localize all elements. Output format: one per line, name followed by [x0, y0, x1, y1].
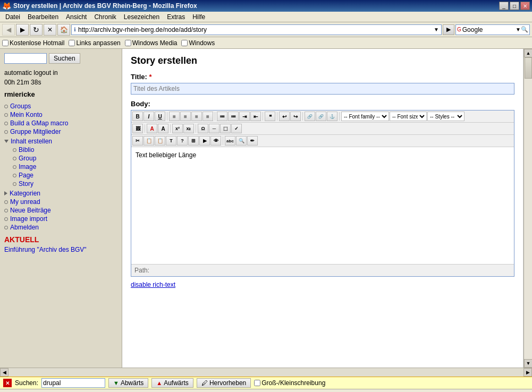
- source-button[interactable]: ✏: [247, 136, 258, 146]
- find-case-check[interactable]: Groß-/Kleinschreibung: [254, 379, 325, 387]
- find-up-button[interactable]: ▲ Aufwärts: [151, 378, 193, 388]
- menu-datei[interactable]: Datei: [2, 12, 23, 22]
- indent-button[interactable]: ⇥: [239, 112, 250, 121]
- list-ul-button[interactable]: ≔: [217, 112, 227, 121]
- minimize-button[interactable]: _: [499, 2, 509, 10]
- search-bar[interactable]: G Google ▼ 🔍: [455, 24, 530, 35]
- underline-button[interactable]: U: [155, 112, 165, 121]
- disable-richtext-link[interactable]: disable rich-text: [131, 281, 514, 288]
- hr-button[interactable]: ─: [209, 124, 219, 133]
- menu-ansicht[interactable]: Ansicht: [63, 12, 90, 22]
- scrollbar-horizontal[interactable]: ◀ ▶: [0, 368, 532, 376]
- inhalt-toggle[interactable]: Inhalt erstellen: [4, 138, 117, 145]
- gmap-link[interactable]: Build a GMap macro: [4, 120, 117, 127]
- bookmark-hotmail[interactable]: Kostenlose Hotmail: [2, 39, 64, 47]
- inhalt-story[interactable]: Story: [13, 180, 117, 188]
- find-down-button[interactable]: ▼ Abwärts: [108, 378, 148, 388]
- bookmark-windows[interactable]: Windows: [181, 39, 215, 47]
- scrollbar-vertical[interactable]: ▲ ▼: [523, 49, 532, 368]
- hscroll-right-button[interactable]: ▶: [523, 368, 532, 377]
- editor-area[interactable]: Text beliebiger Länge: [131, 147, 514, 264]
- mein-konto-link[interactable]: Mein Konto: [4, 111, 117, 118]
- home-button[interactable]: 🏠: [57, 24, 70, 36]
- inhalt-biblio[interactable]: Biblio: [13, 146, 117, 154]
- find-highlight-button[interactable]: 🖊 Hervorheben: [197, 378, 251, 388]
- search-replace-button[interactable]: 🔍: [236, 136, 247, 146]
- menu-lesezeichen[interactable]: Lesezeichen: [121, 12, 163, 22]
- stop-button[interactable]: ✕: [44, 24, 56, 36]
- search-button[interactable]: Suchen: [49, 53, 80, 64]
- table-button[interactable]: ⊞: [188, 136, 199, 146]
- preview-button[interactable]: 👁: [210, 136, 221, 146]
- paste-button[interactable]: 📋: [155, 136, 165, 146]
- anchor-button[interactable]: ⚓: [327, 112, 337, 121]
- toolbar-sep7: [145, 124, 145, 133]
- abmelden-link[interactable]: Abmelden: [4, 224, 117, 231]
- unread-link[interactable]: My unread: [4, 198, 117, 206]
- find-input[interactable]: [41, 378, 105, 388]
- maximize-button[interactable]: □: [510, 2, 519, 10]
- font-family-select[interactable]: -- Font family --: [341, 112, 389, 121]
- bookmark-media[interactable]: Windows Media: [125, 39, 178, 47]
- link-button[interactable]: 🔗: [305, 112, 315, 121]
- image-import-link[interactable]: Image import: [4, 215, 117, 223]
- paste-text-button[interactable]: T: [166, 136, 176, 146]
- find-close-button[interactable]: ✕: [3, 379, 12, 387]
- outdent-button[interactable]: ⇤: [250, 112, 261, 121]
- menu-bearbeiten[interactable]: Bearbeiten: [24, 12, 62, 22]
- align-justify-button[interactable]: ≡: [202, 112, 213, 121]
- menu-extras[interactable]: Extras: [164, 12, 188, 22]
- search-input[interactable]: [4, 53, 47, 64]
- list-ol-button[interactable]: ≔: [228, 112, 239, 121]
- special-chars-button[interactable]: Ω: [198, 124, 208, 133]
- groups-link[interactable]: Groups: [4, 103, 117, 110]
- bg-color-button[interactable]: A: [158, 124, 168, 133]
- align-center-button[interactable]: ≡: [180, 112, 191, 121]
- bookmark-links[interactable]: Links anpassen: [69, 39, 120, 47]
- scroll-down-button[interactable]: ▼: [524, 359, 532, 368]
- italic-button[interactable]: I: [143, 112, 154, 121]
- align-left-button[interactable]: ≡: [169, 112, 180, 121]
- aktuell-link[interactable]: Einführung "Archiv des BGV": [4, 246, 117, 253]
- kategorien-link[interactable]: Kategorien: [4, 190, 117, 197]
- address-dropdown[interactable]: ▼: [434, 27, 439, 32]
- align-right-button[interactable]: ≡: [191, 112, 202, 121]
- back-button[interactable]: ◀: [2, 24, 15, 36]
- unlink-button[interactable]: 🔗: [316, 112, 326, 121]
- undo-button[interactable]: ↩: [279, 112, 290, 121]
- copy-button[interactable]: 📋: [143, 136, 154, 146]
- blockquote-button[interactable]: ❝: [265, 112, 275, 121]
- inhalt-page[interactable]: Page: [13, 172, 117, 179]
- menu-hilfe[interactable]: Hilfe: [189, 12, 208, 22]
- neue-link[interactable]: Neue Beiträge: [4, 207, 117, 214]
- help-button[interactable]: ?: [177, 136, 188, 146]
- spell-button[interactable]: abc: [225, 136, 235, 146]
- spellcheck-button[interactable]: ✓: [231, 124, 242, 133]
- scroll-up-button[interactable]: ▲: [524, 49, 532, 57]
- cut-button[interactable]: ✂: [132, 136, 143, 146]
- media-button[interactable]: ▶: [199, 136, 210, 146]
- search-dropdown[interactable]: ▼: [516, 27, 521, 32]
- inhalt-image[interactable]: Image: [13, 163, 117, 171]
- font-color-button[interactable]: A: [147, 124, 157, 133]
- image-insert-button[interactable]: 🖼: [132, 124, 143, 133]
- gruppe-link[interactable]: Gruppe Mitglieder: [4, 128, 117, 135]
- bold-button[interactable]: B: [132, 112, 143, 121]
- inhalt-group[interactable]: Group: [13, 155, 117, 162]
- search-submit[interactable]: 🔍: [521, 26, 528, 33]
- address-bar[interactable]: ℹ http://archiv.bgv-rhein-berg.de/node/a…: [71, 24, 442, 35]
- superscript-button[interactable]: x²: [172, 124, 183, 133]
- title-input[interactable]: [131, 83, 514, 95]
- forward-button[interactable]: ▶: [16, 24, 29, 36]
- close-button[interactable]: ✕: [520, 2, 530, 10]
- scroll-thumb[interactable]: [525, 57, 532, 79]
- menu-chronik[interactable]: Chronik: [91, 12, 119, 22]
- hscroll-left-button[interactable]: ◀: [0, 368, 9, 377]
- font-size-select[interactable]: -- Font size --: [390, 112, 427, 121]
- redo-button[interactable]: ↪: [290, 112, 301, 121]
- go-button[interactable]: ▶: [443, 24, 454, 35]
- reload-button[interactable]: ↻: [30, 24, 43, 36]
- styles-select[interactable]: -- Styles --: [427, 112, 465, 121]
- charmap-button[interactable]: ⬚: [220, 124, 231, 133]
- subscript-button[interactable]: x₂: [183, 124, 194, 133]
